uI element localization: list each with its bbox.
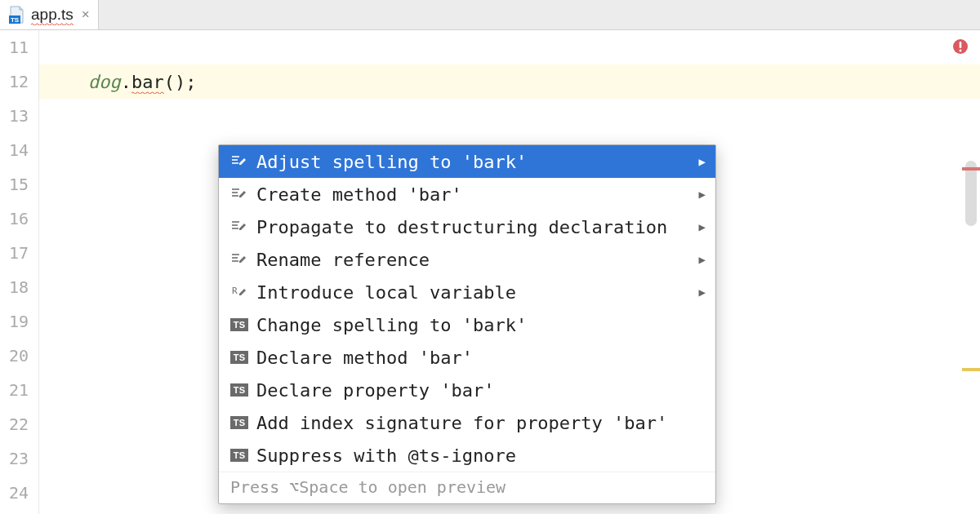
warning-marker[interactable]: [962, 368, 980, 371]
submenu-arrow-icon: ▶: [699, 286, 706, 299]
scrollbar-thumb[interactable]: [965, 161, 977, 226]
quickfix-popup: Adjust spelling to 'bark'▶ Create method…: [218, 144, 716, 504]
quickfix-item[interactable]: TSAdd index signature for property 'bar': [219, 406, 715, 439]
quickfix-item-label: Change spelling to 'bark': [256, 315, 706, 335]
ts-icon: TS: [230, 316, 248, 334]
line-number: 16: [0, 202, 38, 236]
line-number: 15: [0, 167, 38, 202]
close-icon[interactable]: ×: [82, 7, 90, 23]
ts-file-icon: TS: [7, 5, 26, 24]
line-number: 24: [0, 476, 38, 510]
line-number: 19: [0, 304, 38, 339]
line-number: 20: [0, 339, 38, 373]
tab-bar: TS app.ts ×: [0, 0, 980, 30]
line-number: 13: [0, 99, 38, 133]
token-semicolon: ;: [185, 72, 196, 92]
error-indicator-icon[interactable]: [952, 38, 969, 55]
edit-icon: [230, 250, 248, 268]
quickfix-item[interactable]: TSDeclare method 'bar': [219, 341, 715, 374]
submenu-arrow-icon: ▶: [699, 253, 706, 266]
code-line-12: dog.bar();: [39, 64, 980, 99]
quickfix-item[interactable]: TSChange spelling to 'bark': [219, 308, 715, 341]
quickfix-item-label: Declare method 'bar': [256, 348, 706, 368]
quickfix-item-label: Rename reference: [256, 250, 691, 270]
quickfix-item[interactable]: Create method 'bar'▶: [219, 178, 715, 210]
line-number: 17: [0, 236, 38, 270]
line-number: 18: [0, 270, 38, 304]
submenu-arrow-icon: ▶: [699, 188, 706, 201]
line-number: 11: [0, 30, 38, 64]
line-number: 12: [0, 64, 38, 99]
tab-filename: app.ts: [31, 6, 74, 24]
line-number: 21: [0, 373, 38, 407]
quickfix-item-label: Declare property 'bar': [256, 380, 706, 401]
quickfix-item-label: Add index signature for property 'bar': [256, 413, 706, 433]
quickfix-item[interactable]: TSSuppress with @ts-ignore: [219, 439, 715, 472]
svg-rect-3: [960, 42, 962, 48]
token-parens: (): [164, 72, 186, 92]
quickfix-item[interactable]: Adjust spelling to 'bark'▶: [219, 145, 715, 178]
line-number: 14: [0, 133, 38, 167]
popup-footer-hint: Press ⌥Space to open preview: [219, 472, 715, 503]
ts-icon: TS: [230, 348, 248, 366]
quickfix-item-label: Create method 'bar': [256, 184, 691, 205]
svg-text:TS: TS: [11, 16, 20, 24]
code-area[interactable]: dog.bar(); Adjust spelling to 'bark'▶ Cr…: [39, 30, 980, 514]
ts-icon: TS: [230, 446, 248, 464]
quickfix-item-label: Introduce local variable: [256, 282, 691, 303]
error-marker[interactable]: [962, 167, 980, 171]
token-dot: .: [121, 72, 131, 92]
quickfix-item-label: Propagate to destructuring declaration: [256, 217, 691, 237]
editor-tab[interactable]: TS app.ts ×: [0, 0, 99, 29]
refactor-icon: R: [230, 283, 248, 301]
editor-area: 1112131415161718192021222324 dog.bar(); …: [0, 30, 980, 514]
submenu-arrow-icon: ▶: [699, 155, 706, 168]
quickfix-item[interactable]: Rename reference▶: [219, 243, 715, 276]
quickfix-item-label: Suppress with @ts-ignore: [256, 445, 706, 466]
edit-icon: [230, 153, 248, 171]
edit-icon: [230, 185, 248, 203]
ts-icon: TS: [230, 381, 248, 399]
ts-icon: TS: [230, 414, 248, 432]
token-identifier: dog: [88, 72, 121, 92]
gutter: 1112131415161718192021222324: [0, 30, 39, 514]
edit-icon: [230, 218, 248, 236]
code-line-11: [39, 30, 980, 64]
quickfix-item[interactable]: R Introduce local variable▶: [219, 276, 715, 308]
line-number: 23: [0, 441, 38, 476]
quickfix-item[interactable]: TSDeclare property 'bar': [219, 374, 715, 406]
quickfix-item[interactable]: Propagate to destructuring declaration▶: [219, 210, 715, 243]
line-number: 22: [0, 407, 38, 441]
quickfix-item-label: Adjust spelling to 'bark': [256, 152, 691, 172]
svg-text:R: R: [232, 286, 238, 296]
svg-point-4: [960, 50, 962, 52]
token-method: bar: [131, 72, 164, 92]
submenu-arrow-icon: ▶: [699, 220, 706, 233]
